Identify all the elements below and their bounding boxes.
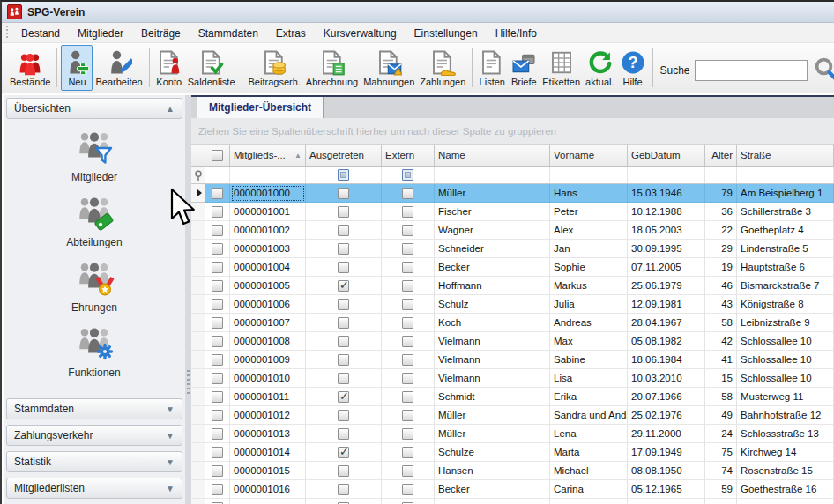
extern-checkbox[interactable]: [402, 299, 413, 310]
extern-checkbox[interactable]: [402, 317, 413, 329]
ausgetreten-checkbox[interactable]: [338, 225, 349, 236]
column-header-alter[interactable]: Alter: [705, 145, 737, 166]
table-row[interactable]: 0000001009VielmannSabine18.06.198441Schl…: [191, 351, 834, 369]
column-header-extern[interactable]: Extern: [382, 145, 435, 166]
cell-ausgetreten[interactable]: [306, 258, 382, 277]
row-checkbox[interactable]: [212, 262, 223, 273]
search-icon[interactable]: [813, 56, 834, 85]
cell-extern[interactable]: [382, 351, 435, 369]
row-checkbox[interactable]: [212, 299, 223, 310]
menu-item-mitglieder[interactable]: Mitglieder: [69, 25, 132, 42]
cell-extern[interactable]: [382, 203, 435, 221]
group-by-panel[interactable]: Ziehen Sie eine Spaltenüberschrift hierh…: [191, 118, 834, 145]
table-row[interactable]: 0000001003SchneiderJan30.09.199529Linden…: [191, 240, 834, 258]
row-checkbox[interactable]: [212, 447, 223, 458]
ausgetreten-checkbox[interactable]: [338, 373, 349, 384]
table-row[interactable]: 0000001002WagnerAlex18.05.200322Goethepl…: [191, 221, 834, 240]
tab-mitglieder-uebersicht[interactable]: Mitglieder-Übersicht: [197, 97, 324, 118]
cell-extern[interactable]: [382, 221, 435, 240]
table-row[interactable]: 0000001001FischerPeter10.12.198836Schill…: [191, 203, 834, 221]
sidebar-item-abteilungen[interactable]: Abteilungen: [28, 189, 160, 248]
menu-item-beitr-ge[interactable]: Beiträge: [132, 25, 190, 42]
extern-checkbox[interactable]: [402, 243, 413, 255]
filter-cell-strasse[interactable]: [737, 167, 834, 183]
row-select-cell[interactable]: [205, 499, 230, 504]
extern-checkbox[interactable]: [402, 280, 413, 292]
extern-checkbox[interactable]: [402, 373, 413, 384]
row-checkbox[interactable]: [212, 465, 223, 477]
toolbar-button-bestände[interactable]: Bestände: [7, 45, 53, 91]
menu-item-einstellungen[interactable]: Einstellungen: [406, 25, 487, 42]
extern-checkbox[interactable]: [402, 447, 413, 458]
row-checkbox[interactable]: [212, 206, 223, 218]
filter-cell-extern[interactable]: [382, 167, 435, 183]
row-select-cell[interactable]: [205, 462, 230, 480]
row-select-cell[interactable]: [205, 314, 230, 332]
cell-extern[interactable]: [382, 184, 435, 203]
toolbar-button-saldenliste[interactable]: Saldenliste: [185, 45, 238, 91]
cell-extern[interactable]: [382, 332, 435, 351]
cell-extern[interactable]: [382, 480, 435, 499]
extern-checkbox[interactable]: [402, 484, 413, 495]
cell-ausgetreten[interactable]: [306, 332, 382, 351]
ausgetreten-checkbox[interactable]: [338, 428, 349, 440]
table-row[interactable]: 0000001017SchneiderTom30.06.199926Parkwe…: [191, 499, 834, 504]
extern-checkbox[interactable]: [402, 410, 413, 421]
cell-ausgetreten[interactable]: [306, 369, 382, 388]
cell-extern[interactable]: [382, 425, 435, 443]
cell-ausgetreten[interactable]: [306, 203, 382, 221]
header-select-all[interactable]: [205, 145, 230, 166]
ausgetreten-checkbox[interactable]: [338, 484, 349, 495]
cell-ausgetreten[interactable]: [306, 351, 382, 369]
cell-ausgetreten[interactable]: [306, 406, 382, 425]
sidebar-item-funktionen[interactable]: Funktionen: [28, 320, 160, 379]
cell-ausgetreten[interactable]: [306, 295, 382, 314]
cell-ausgetreten[interactable]: [306, 314, 382, 332]
row-checkbox[interactable]: [212, 391, 223, 403]
cell-extern[interactable]: [382, 388, 435, 406]
ausgetreten-checkbox[interactable]: [338, 317, 349, 329]
ausgetreten-checkbox[interactable]: [338, 206, 349, 218]
ausgetreten-checkbox[interactable]: [338, 391, 349, 403]
extern-checkbox[interactable]: [402, 225, 413, 236]
cell-extern[interactable]: [382, 258, 435, 277]
row-checkbox[interactable]: [212, 243, 223, 255]
toolbar-button-listen[interactable]: Listen: [476, 45, 508, 91]
cell-extern[interactable]: [382, 499, 435, 504]
cell-ausgetreten[interactable]: [306, 480, 382, 499]
sidebar-splitter[interactable]: [185, 95, 191, 504]
table-row[interactable]: 0000001016BeckerCarina05.12.196559Goethe…: [191, 480, 834, 499]
filter-checkbox[interactable]: [338, 169, 349, 181]
menubar-grip[interactable]: [5, 26, 10, 40]
cell-extern[interactable]: [382, 462, 435, 480]
sidebar-section-stammdaten[interactable]: Stammdaten▼: [6, 398, 182, 419]
cell-extern[interactable]: [382, 369, 435, 388]
ausgetreten-checkbox[interactable]: [338, 188, 349, 199]
row-select-cell[interactable]: [205, 443, 230, 462]
ausgetreten-checkbox[interactable]: [338, 465, 349, 477]
ausgetreten-checkbox[interactable]: [338, 447, 349, 458]
ausgetreten-checkbox[interactable]: [338, 280, 349, 292]
row-select-cell[interactable]: [205, 406, 230, 425]
filter-cell-name[interactable]: [435, 167, 550, 183]
ausgetreten-checkbox[interactable]: [338, 336, 349, 347]
table-row[interactable]: 0000001011SchmidtErika20.07.196658Muster…: [191, 388, 834, 406]
toolbar-button-neu[interactable]: Neu: [61, 45, 93, 91]
row-select-cell[interactable]: [205, 351, 230, 369]
row-checkbox[interactable]: [212, 410, 223, 421]
search-input[interactable]: [695, 60, 808, 81]
row-select-cell[interactable]: [205, 332, 230, 351]
extern-checkbox[interactable]: [402, 262, 413, 273]
toolbar-button-briefe[interactable]: Briefe: [508, 45, 540, 91]
table-row[interactable]: 0000001005HoffmannMarkus25.06.197946Bism…: [191, 277, 834, 295]
cell-extern[interactable]: [382, 443, 435, 462]
column-header-vorname[interactable]: Vorname: [550, 145, 628, 166]
row-select-cell[interactable]: [205, 240, 230, 258]
extern-checkbox[interactable]: [402, 206, 413, 218]
cell-ausgetreten[interactable]: [306, 277, 382, 295]
table-row[interactable]: 0000001000MüllerHans15.03.194679Am Beisp…: [191, 184, 834, 203]
ausgetreten-checkbox[interactable]: [338, 354, 349, 366]
sidebar-section-mitgliederlisten[interactable]: Mitgliederlisten▼: [6, 478, 182, 499]
column-header-gebdatum[interactable]: GebDatum: [628, 145, 705, 166]
row-select-cell[interactable]: [205, 221, 230, 240]
